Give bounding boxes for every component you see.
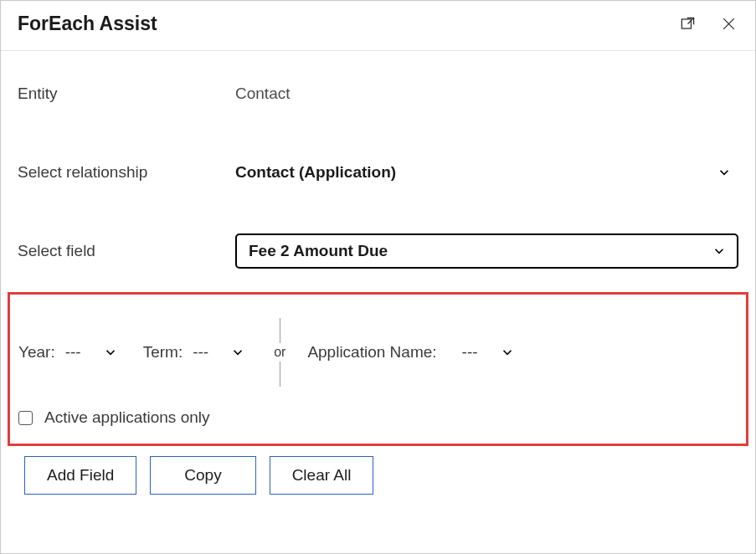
entity-value: Contact bbox=[235, 85, 290, 103]
svg-rect-0 bbox=[681, 19, 691, 28]
chevron-down-icon bbox=[230, 345, 245, 360]
chevron-down-icon bbox=[712, 244, 727, 259]
term-label: Term: bbox=[143, 343, 183, 362]
close-button[interactable] bbox=[719, 14, 738, 33]
or-text: or bbox=[274, 343, 285, 362]
year-dropdown[interactable]: --- bbox=[65, 343, 118, 362]
year-value: --- bbox=[65, 343, 81, 362]
relationship-dropdown[interactable]: Contact (Application) bbox=[235, 163, 738, 182]
filter-panel: Year: --- Term: --- or Application Name:… bbox=[8, 292, 748, 446]
header-controls bbox=[678, 14, 738, 33]
appname-label: Application Name: bbox=[307, 343, 436, 362]
term-value: --- bbox=[193, 343, 208, 362]
popout-icon bbox=[680, 16, 696, 32]
add-field-button[interactable]: Add Field bbox=[24, 456, 136, 495]
field-label: Select field bbox=[18, 242, 235, 260]
relationship-row: Select relationship Contact (Application… bbox=[18, 155, 738, 190]
dialog-title: ForEach Assist bbox=[18, 13, 157, 35]
close-icon bbox=[721, 16, 737, 32]
chevron-down-icon bbox=[500, 345, 515, 360]
term-dropdown[interactable]: --- bbox=[193, 343, 245, 362]
chevron-down-icon bbox=[717, 165, 732, 180]
active-only-checkbox[interactable] bbox=[18, 411, 33, 425]
copy-button[interactable]: Copy bbox=[150, 456, 255, 495]
button-row: Add Field Copy Clear All bbox=[1, 446, 755, 495]
entity-row: Entity Contact bbox=[18, 76, 738, 111]
active-only-label: Active applications only bbox=[44, 408, 210, 427]
year-label: Year: bbox=[18, 343, 55, 362]
chevron-down-icon bbox=[103, 345, 118, 360]
relationship-value: Contact (Application) bbox=[235, 163, 396, 182]
field-value: Fee 2 Amount Due bbox=[249, 242, 388, 260]
field-row: Select field Fee 2 Amount Due bbox=[18, 233, 738, 269]
entity-label: Entity bbox=[18, 85, 235, 103]
filter-row: Year: --- Term: --- or Application Name:… bbox=[18, 318, 729, 387]
appname-dropdown[interactable]: --- bbox=[462, 343, 515, 362]
form-body: Entity Contact Select relationship Conta… bbox=[1, 51, 755, 269]
relationship-label: Select relationship bbox=[18, 163, 235, 182]
appname-value: --- bbox=[462, 343, 478, 362]
or-divider: or bbox=[274, 318, 285, 387]
dialog-header: ForEach Assist bbox=[1, 1, 755, 51]
popout-button[interactable] bbox=[678, 14, 697, 33]
active-only-row: Active applications only bbox=[18, 408, 729, 427]
clear-all-button[interactable]: Clear All bbox=[270, 456, 374, 495]
field-dropdown[interactable]: Fee 2 Amount Due bbox=[235, 233, 738, 269]
